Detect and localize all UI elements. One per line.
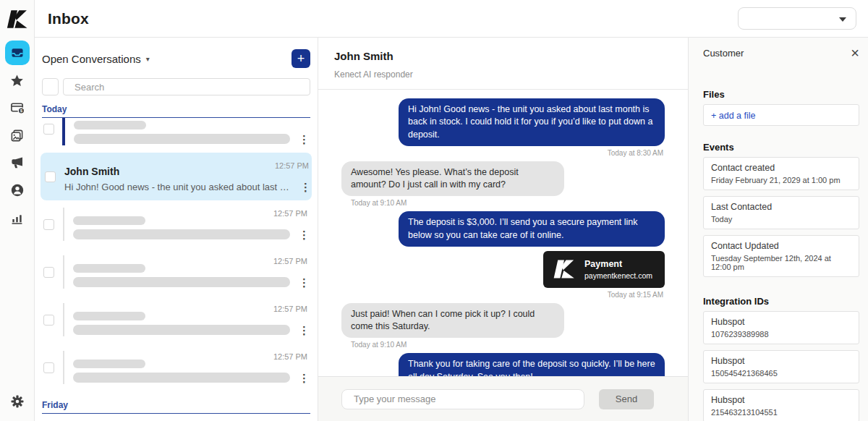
kebab-menu-icon[interactable]: ⋮ bbox=[300, 182, 309, 192]
bar-chart-icon bbox=[10, 211, 24, 225]
conversation-list-item[interactable]: 12:57 PM ⋮ bbox=[42, 200, 310, 248]
events-list: Contact created Friday February 21, 2029… bbox=[703, 157, 859, 277]
skeleton-line bbox=[73, 312, 145, 320]
chat-message: Hi John! Good news - the unit you asked … bbox=[341, 98, 665, 157]
conversation-checkbox[interactable] bbox=[43, 362, 54, 373]
new-conversation-button[interactable]: + bbox=[292, 49, 310, 68]
card-detail: 150545421368465 bbox=[711, 369, 851, 378]
unread-indicator bbox=[63, 255, 64, 289]
conversation-list-item[interactable]: John Smith 12:57 PM Hi John! Good news -… bbox=[41, 153, 312, 200]
photos-icon bbox=[10, 129, 24, 143]
message-thread: Hi John! Good news - the unit you asked … bbox=[318, 90, 688, 380]
message-composer: Send bbox=[318, 376, 688, 421]
conversation-checkbox[interactable] bbox=[43, 267, 54, 278]
chat-message: Payment paymentkenect.com Today at 9:15 … bbox=[341, 251, 665, 299]
skeleton-line bbox=[74, 121, 146, 129]
chat-bubble: Hi John! Good news - the unit you asked … bbox=[399, 98, 665, 146]
search-input[interactable] bbox=[63, 78, 310, 95]
card-detail: 1076239389988 bbox=[711, 330, 851, 339]
card-detail: 215463213104551 bbox=[711, 408, 851, 417]
skeleton-line bbox=[73, 373, 290, 383]
chevron-down-icon: ▾ bbox=[146, 55, 150, 63]
skeleton-line bbox=[73, 264, 145, 273]
message-timestamp: Today at 8:30 AM bbox=[608, 149, 663, 157]
card-title: Contact created bbox=[711, 163, 851, 173]
payment-link-card[interactable]: Payment paymentkenect.com bbox=[543, 251, 665, 288]
kebab-menu-icon[interactable]: ⋮ bbox=[299, 134, 307, 145]
events-heading: Events bbox=[703, 142, 859, 153]
chat-message: Just paid! When can I come pick it up? I… bbox=[341, 303, 665, 349]
select-all-checkbox[interactable] bbox=[42, 78, 59, 95]
skeleton-line bbox=[73, 229, 290, 239]
customer-panel-title: Customer bbox=[703, 48, 744, 59]
add-file-button[interactable]: + add a file bbox=[703, 104, 859, 126]
sidebar-item-contacts[interactable] bbox=[5, 178, 30, 203]
top-header: Inbox bbox=[35, 0, 868, 38]
conversation-list-item[interactable]: ⋮ bbox=[42, 118, 310, 153]
chat-subtitle: Kenect AI responder bbox=[334, 69, 672, 80]
sidebar-item-settings[interactable] bbox=[5, 389, 30, 414]
event-card: Contact Updated Tuesday September 12th, … bbox=[703, 235, 859, 277]
conversation-list-item[interactable]: 12:57 PM ⋮ bbox=[42, 296, 310, 344]
conversation-list-item[interactable]: 12:57 PM ⋮ bbox=[42, 344, 310, 391]
conversation-list-item[interactable]: 12:57 PM ⋮ bbox=[42, 248, 310, 296]
card-detail: Today bbox=[711, 215, 851, 224]
sidebar-item-reporting[interactable] bbox=[5, 205, 30, 230]
chat-message: The deposit is $3,000. I’ll send you a s… bbox=[341, 211, 665, 247]
message-input[interactable] bbox=[341, 389, 584, 409]
integration-ids-list: Hubspot 1076239389988 Hubspot 1505454213… bbox=[703, 311, 859, 421]
integration-card: Hubspot 150545421368465 bbox=[703, 350, 859, 383]
chat-message: Awesome! Yes please. What’s the deposit … bbox=[341, 161, 665, 208]
close-icon[interactable]: × bbox=[851, 48, 859, 58]
conversation-checkbox[interactable] bbox=[43, 219, 54, 230]
message-timestamp: Today at 9:10 AM bbox=[351, 199, 407, 207]
skeleton-line bbox=[73, 277, 290, 287]
conversation-timestamp: 12:57 PM bbox=[273, 257, 307, 265]
kenect-k-icon bbox=[7, 9, 28, 29]
chat-contact-name: John Smith bbox=[334, 50, 672, 62]
sidebar-item-starred[interactable] bbox=[5, 68, 30, 93]
kebab-menu-icon[interactable]: ⋮ bbox=[299, 277, 307, 288]
inbox-icon bbox=[10, 46, 25, 60]
sidebar-item-campaigns[interactable] bbox=[5, 150, 30, 175]
send-button[interactable]: Send bbox=[599, 389, 654, 409]
kebab-menu-icon[interactable]: ⋮ bbox=[299, 373, 307, 383]
payment-card-url: paymentkenect.com bbox=[584, 271, 652, 280]
card-title: Hubspot bbox=[711, 356, 851, 366]
kebab-menu-icon[interactable]: ⋮ bbox=[299, 325, 307, 336]
conversation-timestamp: 12:57 PM bbox=[275, 161, 309, 170]
skeleton-line bbox=[74, 134, 290, 144]
event-card: Contact created Friday February 21, 2029… bbox=[703, 157, 859, 190]
conversation-checkbox[interactable] bbox=[43, 315, 54, 326]
conversations-panel: Open Conversations ▾ + Today ⋮ John Smit… bbox=[35, 38, 318, 421]
conversation-section-label: Friday bbox=[42, 400, 310, 414]
megaphone-icon bbox=[10, 156, 25, 170]
conversations-filter[interactable]: Open Conversations bbox=[42, 53, 141, 65]
unread-indicator bbox=[63, 208, 64, 241]
sidebar-item-payments[interactable]: $ bbox=[5, 95, 30, 120]
header-dropdown[interactable] bbox=[738, 7, 856, 30]
message-timestamp: Today at 9:10 AM bbox=[351, 341, 407, 349]
contact-icon bbox=[10, 183, 25, 197]
integration-card: Hubspot 1076239389988 bbox=[703, 311, 859, 344]
gear-icon bbox=[10, 394, 25, 409]
conversation-checkbox[interactable] bbox=[43, 124, 54, 135]
kebab-menu-icon[interactable]: ⋮ bbox=[299, 229, 307, 240]
event-card: Last Contacted Today bbox=[703, 196, 859, 229]
conversation-checkbox[interactable] bbox=[45, 171, 56, 182]
card-detail: Friday February 21, 2029 at 1:00 pm bbox=[711, 176, 851, 184]
files-heading: Files bbox=[703, 89, 859, 100]
chevron-down-icon bbox=[839, 17, 846, 22]
conversation-preview: Hi John! Good news - the unit you asked … bbox=[64, 182, 292, 192]
integration-card: Hubspot 215463213104551 bbox=[703, 389, 859, 421]
sidebar-item-inbox[interactable] bbox=[5, 41, 30, 65]
card-title: Hubspot bbox=[711, 395, 851, 405]
star-icon bbox=[10, 74, 24, 88]
integration-ids-heading: Integration IDs bbox=[703, 296, 859, 307]
conversation-list-item[interactable]: 12:57 PM ⋮ bbox=[42, 414, 310, 421]
sidebar-item-media[interactable] bbox=[5, 123, 30, 148]
unread-indicator bbox=[63, 351, 64, 384]
conversation-section-label: Today bbox=[42, 104, 310, 118]
conversation-list: Today ⋮ John Smith 12:57 PM Hi John! Goo… bbox=[42, 104, 310, 421]
chat-bubble: Just paid! When can I come pick it up? I… bbox=[341, 303, 564, 339]
